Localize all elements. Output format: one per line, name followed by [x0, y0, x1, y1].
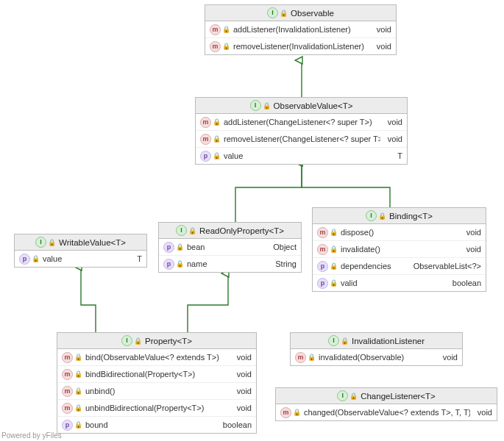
lock-icon: 🔒	[330, 229, 338, 236]
class-name: ReadOnlyProperty<T>	[199, 226, 284, 235]
member-row: p 🔒 value T	[15, 251, 146, 267]
property-icon: p	[163, 242, 174, 253]
lock-icon: 🔒	[263, 102, 271, 110]
lock-icon: 🔒	[293, 409, 301, 416]
lock-icon: 🔒	[308, 354, 316, 361]
member-row: m 🔒 bindBidirectional(Property<T>) void	[57, 366, 256, 383]
class-writable-value: I 🔒 WritableValue<T> p 🔒 value T	[14, 234, 147, 268]
class-property: I 🔒 Property<T> m 🔒 bind(ObservableValue…	[57, 332, 257, 434]
class-title: I 🔒 ObservableValue<T>	[196, 98, 407, 114]
class-observable-value: I 🔒 ObservableValue<T> m 🔒 addListener(C…	[195, 97, 408, 165]
lock-icon: 🔒	[48, 239, 56, 246]
interface-icon: I	[121, 335, 132, 346]
class-title: I 🔒 InvalidationListener	[291, 333, 462, 349]
lock-icon: 🔒	[176, 260, 184, 268]
class-name: ObservableValue<T>	[274, 101, 353, 110]
lock-icon: 🔒	[222, 26, 230, 33]
class-title: I 🔒 ReadOnlyProperty<T>	[159, 223, 301, 239]
interface-icon: I	[328, 335, 339, 346]
lock-icon: 🔒	[330, 262, 338, 270]
interface-icon: I	[176, 225, 187, 236]
method-icon: m	[210, 24, 221, 35]
lock-icon: 🔒	[213, 152, 221, 159]
member-row: m 🔒 unbind() void	[57, 383, 256, 400]
member-row: m 🔒 addListener(ChangeListener<? super T…	[196, 114, 407, 131]
lock-icon: 🔒	[341, 337, 349, 345]
property-icon: p	[163, 259, 174, 270]
method-icon: m	[317, 244, 328, 255]
property-icon: p	[317, 261, 328, 272]
member-row: m 🔒 invalidated(Observable) void	[291, 349, 462, 365]
member-row: m 🔒 removeListener(ChangeListener<? supe…	[196, 131, 407, 148]
class-name: ChangeListener<T>	[361, 392, 436, 401]
lock-icon: 🔒	[188, 227, 196, 234]
lock-icon: 🔒	[74, 354, 82, 361]
method-icon: m	[317, 227, 328, 238]
class-name: Binding<T>	[389, 212, 433, 220]
method-icon: m	[295, 352, 306, 363]
member-row: m 🔒 dispose() void	[313, 224, 486, 241]
class-name: Observable	[291, 9, 334, 18]
class-change-listener: I 🔒 ChangeListener<T> m 🔒 changed(Observ…	[275, 387, 497, 421]
class-read-only-property: I 🔒 ReadOnlyProperty<T> p 🔒 bean Object …	[158, 222, 302, 273]
member-row: m 🔒 addListener(InvalidationListener) vo…	[205, 21, 396, 38]
member-row: p 🔒 value T	[196, 148, 407, 164]
class-title: I 🔒 WritableValue<T>	[15, 234, 146, 251]
class-invalidation-listener: I 🔒 InvalidationListener m 🔒 invalidated…	[290, 332, 463, 366]
lock-icon: 🔒	[349, 392, 358, 400]
footer-credit: Powered by yFiles	[1, 431, 62, 440]
class-binding: I 🔒 Binding<T> m 🔒 dispose() void m 🔒 in…	[312, 207, 486, 292]
member-row: p 🔒 valid boolean	[313, 275, 486, 291]
class-title: I 🔒 Binding<T>	[313, 208, 486, 224]
member-row: m 🔒 removeListener(InvalidationListener)…	[205, 38, 396, 54]
interface-icon: I	[337, 390, 348, 401]
property-icon: p	[200, 151, 211, 162]
lock-icon: 🔒	[176, 243, 184, 251]
lock-icon: 🔒	[280, 10, 288, 17]
member-row: m 🔒 invalidate() void	[313, 241, 486, 258]
interface-icon: I	[35, 237, 46, 248]
lock-icon: 🔒	[74, 421, 82, 429]
member-row: p 🔒 bean Object	[159, 239, 301, 256]
property-icon: p	[62, 420, 73, 431]
lock-icon: 🔒	[74, 370, 82, 378]
lock-icon: 🔒	[222, 43, 230, 50]
property-icon: p	[19, 254, 30, 265]
member-row: p 🔒 name String	[159, 256, 301, 272]
class-name: Property<T>	[145, 337, 192, 345]
method-icon: m	[62, 369, 73, 380]
member-row: m 🔒 unbindBidirectional(Property<T>) voi…	[57, 400, 256, 417]
lock-icon: 🔒	[213, 118, 221, 126]
class-title: I 🔒 Observable	[205, 5, 396, 21]
interface-icon: I	[250, 100, 261, 111]
method-icon: m	[62, 403, 73, 414]
method-icon: m	[280, 407, 291, 418]
class-observable: I 🔒 Observable m 🔒 addListener(Invalidat…	[205, 4, 397, 55]
method-icon: m	[200, 134, 211, 145]
lock-icon: 🔒	[32, 255, 40, 262]
interface-icon: I	[267, 7, 278, 18]
lock-icon: 🔒	[330, 245, 338, 253]
method-icon: m	[62, 352, 73, 363]
interface-icon: I	[366, 210, 377, 221]
class-title: I 🔒 ChangeListener<T>	[276, 388, 497, 404]
lock-icon: 🔒	[74, 404, 82, 412]
property-icon: p	[317, 278, 328, 289]
lock-icon: 🔒	[134, 337, 142, 345]
method-icon: m	[200, 117, 211, 128]
class-name: InvalidationListener	[352, 337, 425, 345]
class-name: WritableValue<T>	[59, 238, 126, 247]
member-row: m 🔒 bind(ObservableValue<? extends T>) v…	[57, 349, 256, 366]
lock-icon: 🔒	[330, 279, 338, 287]
member-row: p 🔒 dependencies ObservableList<?>	[313, 258, 486, 275]
lock-icon: 🔒	[378, 212, 386, 220]
method-icon: m	[62, 386, 73, 397]
member-row: p 🔒 bound boolean	[57, 417, 256, 433]
lock-icon: 🔒	[74, 387, 82, 395]
member-row: m 🔒 changed(ObservableValue<? extends T>…	[276, 404, 497, 420]
lock-icon: 🔒	[213, 135, 221, 143]
method-icon: m	[210, 41, 221, 52]
class-title: I 🔒 Property<T>	[57, 333, 256, 349]
